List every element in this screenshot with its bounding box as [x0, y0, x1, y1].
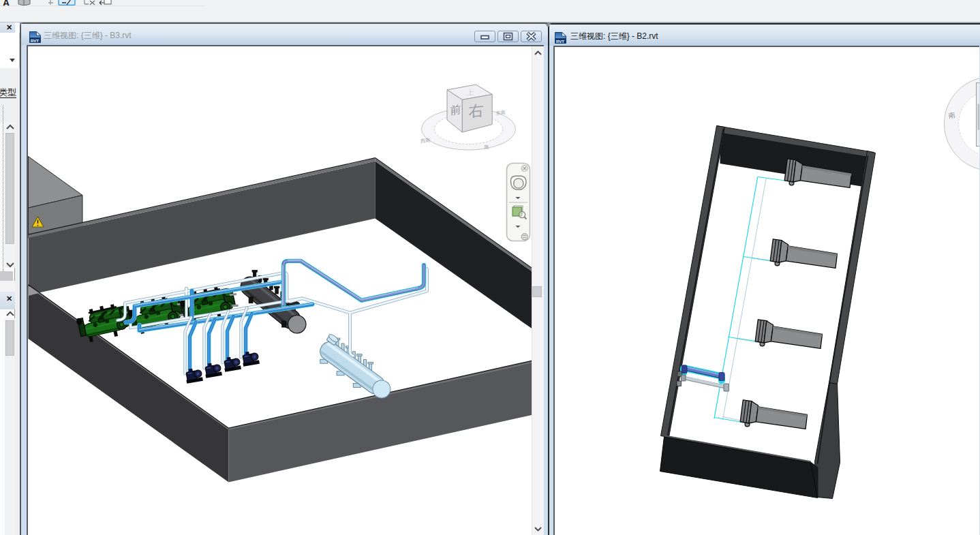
- svg-text:东南: 东南: [495, 110, 506, 116]
- svg-text:RVT: RVT: [556, 40, 564, 44]
- svg-text:南: 南: [484, 144, 489, 150]
- svg-text:前: 前: [450, 103, 461, 117]
- svg-text:上: 上: [466, 88, 474, 97]
- svg-text:西南: 西南: [420, 138, 431, 144]
- svg-text:南: 南: [948, 111, 956, 120]
- svg-text:RVT: RVT: [31, 39, 39, 43]
- svg-text:A: A: [3, 0, 10, 6]
- svg-text:右: 右: [468, 102, 483, 120]
